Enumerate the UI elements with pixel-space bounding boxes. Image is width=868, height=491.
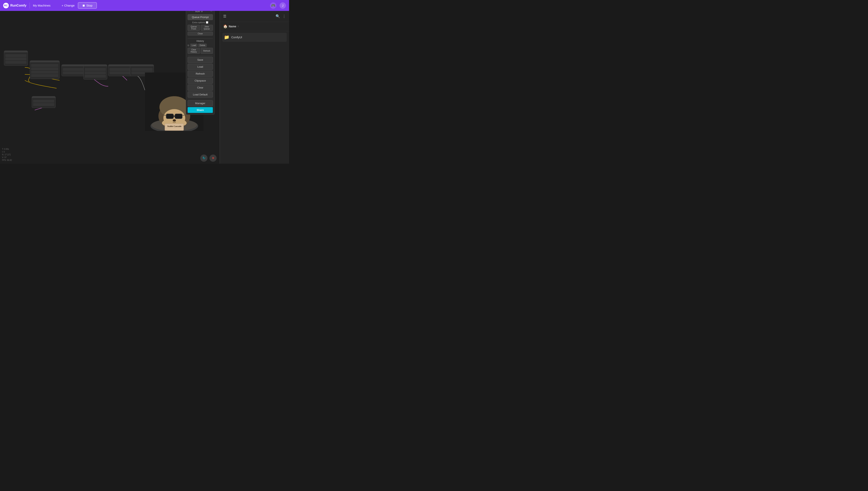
logo-area: RC RunComfy bbox=[3, 3, 26, 8]
node-6-title bbox=[130, 65, 154, 66]
node-3 bbox=[61, 64, 85, 76]
node-4-title bbox=[84, 65, 107, 66]
history-label: History bbox=[188, 40, 213, 42]
extra-options-row: Extra options bbox=[188, 21, 213, 24]
clear-button[interactable]: Clear bbox=[188, 85, 213, 91]
queue-prompt-button[interactable]: Queue Prompt bbox=[188, 14, 213, 20]
top-bar: RC RunComfy My Machines + Change ⏹ Stop … bbox=[0, 0, 289, 11]
change-button[interactable]: + Change bbox=[61, 4, 75, 7]
history-item: 0: Load Delete bbox=[188, 44, 213, 47]
stop-icon: ⏹ bbox=[82, 4, 85, 7]
node-2-title bbox=[30, 61, 59, 62]
user-avatar[interactable]: J bbox=[279, 2, 286, 9]
history-delete-button[interactable]: Delete bbox=[198, 44, 207, 47]
refresh-history-button[interactable]: Refresh bbox=[201, 48, 213, 54]
share-button[interactable]: Share bbox=[188, 107, 213, 113]
node-7-title bbox=[32, 96, 55, 98]
load-default-button[interactable]: Load Default bbox=[188, 91, 213, 97]
history-item-num: 0: bbox=[188, 44, 189, 47]
file-panel: ☰ 🔍 ⋮ 🏠 Name ↑ 📁 ComfyUI bbox=[220, 11, 289, 164]
folder-icon: 📁 bbox=[224, 35, 229, 40]
folder-name-label: ComfyUI bbox=[231, 36, 242, 39]
divider-2 bbox=[188, 55, 213, 56]
extra-options-checkbox[interactable] bbox=[206, 21, 208, 24]
load-button[interactable]: Load bbox=[188, 64, 213, 70]
my-machines-label: My Machines bbox=[33, 4, 50, 7]
close-icon-button[interactable]: ✕ bbox=[210, 154, 217, 162]
clear-history-row: Clear History Refresh bbox=[188, 48, 213, 54]
manager-button[interactable]: Manager bbox=[188, 100, 213, 106]
clipspace-button[interactable]: Clipspace bbox=[188, 78, 213, 84]
file-panel-header: ☰ 🔍 ⋮ bbox=[220, 11, 289, 22]
node-1 bbox=[4, 51, 28, 66]
file-panel-name-row: 🏠 Name ↑ bbox=[220, 22, 289, 31]
clear-history-button[interactable]: Clear History bbox=[188, 48, 200, 54]
queue-front-row: Queue Front View Queue bbox=[188, 25, 213, 31]
svg-rect-21 bbox=[175, 114, 182, 118]
stop-button[interactable]: ⏹ Stop bbox=[78, 2, 97, 9]
view-queue-button[interactable]: View Queue bbox=[201, 25, 213, 31]
bottom-right-controls: ↻ ✕ bbox=[200, 154, 217, 162]
save-button[interactable]: Save bbox=[188, 57, 213, 63]
search-icon[interactable]: 🔍 bbox=[276, 14, 280, 19]
hamburger-icon[interactable]: ☰ bbox=[223, 14, 226, 19]
file-list: 📁 ComfyUI bbox=[220, 31, 289, 44]
node-5 bbox=[108, 64, 132, 76]
comfyui-folder[interactable]: 📁 ComfyUI bbox=[222, 33, 287, 42]
node-1-title bbox=[4, 51, 28, 52]
home-icon[interactable]: 🏠 bbox=[223, 24, 227, 29]
topbar-right: 🎮 J bbox=[270, 2, 286, 9]
history-load-button[interactable]: Load bbox=[190, 44, 197, 47]
comfy-panel: ⋮⋮ Queue size: 0 ⚙ Queue Prompt Extra op… bbox=[186, 5, 215, 115]
svg-text:Stable Cascade: Stable Cascade bbox=[167, 125, 181, 127]
app-name: RunComfy bbox=[10, 4, 26, 7]
stats-display: T: 0.00s I: 0 N: 17 [17] V: 37 FPS: 56.8… bbox=[2, 148, 12, 162]
divider-3 bbox=[188, 99, 213, 99]
node-7 bbox=[32, 96, 56, 108]
name-column-label: Name bbox=[229, 25, 236, 28]
refresh-icon-button[interactable]: ↻ bbox=[200, 154, 208, 162]
svg-rect-20 bbox=[166, 114, 173, 118]
right-sidebar: ☰ 🔍 ⋮ 🏠 Name ↑ 📁 ComfyUI bbox=[220, 11, 289, 164]
svg-point-27 bbox=[173, 119, 176, 122]
queue-front-button[interactable]: Queue Front bbox=[188, 25, 200, 31]
logo-icon: RC bbox=[3, 3, 9, 8]
discord-icon[interactable]: 🎮 bbox=[270, 2, 276, 9]
refresh-button[interactable]: Refresh bbox=[188, 70, 213, 77]
more-options-icon[interactable]: ⋮ bbox=[282, 14, 286, 19]
sort-icon[interactable]: ↑ bbox=[238, 25, 239, 28]
node-4 bbox=[83, 64, 107, 80]
node-5-title bbox=[108, 65, 132, 66]
node-2 bbox=[30, 60, 59, 79]
node-3-title bbox=[62, 65, 85, 66]
close-panel-button[interactable]: Close bbox=[188, 32, 213, 35]
